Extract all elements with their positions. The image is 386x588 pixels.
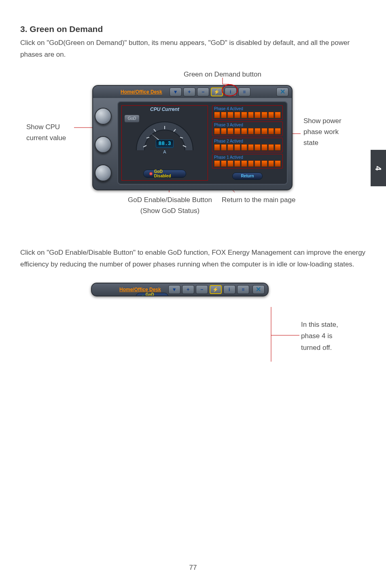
- figure-1: Green on Demand button Show CPU current …: [20, 69, 368, 223]
- topbar-settings-icon[interactable]: ≡: [238, 87, 250, 96]
- callout-god-toggle-l1: GoD Enable/Disable Button: [123, 194, 216, 205]
- phase-3-bars: [214, 128, 281, 134]
- amp-unit-label: A: [161, 149, 168, 155]
- app-topbar: Home/Office Desk ▼ + − ⚡ i ≡ ✕: [93, 86, 292, 98]
- callout-cpu-l1: Show CPU: [26, 121, 66, 132]
- topbar-god-icon[interactable]: ⚡: [211, 87, 223, 96]
- section-heading: 3. Green on Demand: [20, 24, 366, 34]
- orb-1[interactable]: [95, 108, 112, 125]
- phase-2-box: Phase 2 Actived: [212, 138, 283, 152]
- phase-2-label: Phase 2 Actived: [214, 139, 281, 143]
- topbar-close-icon-2[interactable]: ✕: [252, 285, 265, 294]
- app-topbar-2: Home/Office Desk ▼ + − ⚡ i ≡ ✕: [92, 283, 268, 296]
- god-toggle-button-2[interactable]: GoD Enabled: [136, 293, 168, 296]
- topbar-info-icon[interactable]: i: [225, 87, 237, 96]
- site-label[interactable]: Home/Office Desk: [121, 89, 162, 95]
- topbar-plus-icon[interactable]: +: [183, 87, 195, 96]
- phase-1-label: Phase 1 Actived: [214, 155, 281, 160]
- topbar-close-icon[interactable]: ✕: [276, 87, 288, 96]
- fig2-caption-l1: In this state,: [301, 319, 338, 331]
- app-content: CPU Current GoD: [117, 101, 288, 185]
- callout-phase-l2: phase work: [303, 126, 341, 137]
- phase-2-bars: [214, 144, 281, 151]
- paragraph-1: Click on "GoD(Green on Demand)" button, …: [20, 37, 366, 61]
- phase-1-box: Phase 1 Actived: [212, 154, 283, 168]
- status-dot-icon: [149, 172, 153, 175]
- god-toggle-label: GoD Disabled: [154, 169, 180, 178]
- phase-4-label: Phase 4 Actived: [214, 107, 281, 111]
- return-button[interactable]: Return: [232, 173, 262, 180]
- phase-3-label: Phase 3 Actived: [214, 123, 281, 127]
- cpu-current-pane: CPU Current GoD: [121, 105, 208, 181]
- figure-2: Home/Office Desk ▼ + − ⚡ i ≡ ✕ CPU Curre…: [20, 283, 368, 400]
- phase-4-bars: [214, 112, 281, 118]
- fig2-caption-l2: phase 4 is: [301, 330, 338, 342]
- chapter-tab: 4: [371, 150, 386, 186]
- cpu-current-value: 88.3: [156, 140, 174, 148]
- topbar-minus-icon[interactable]: −: [197, 87, 209, 96]
- callout-cpu-l2: current value: [26, 132, 66, 143]
- orb-3[interactable]: [95, 164, 112, 181]
- god-toggle-label-2: GoD Enabled: [146, 292, 163, 296]
- callout-god-button: Green on Demand button: [184, 69, 261, 80]
- callout-god-toggle-l2: (Show GoD Status): [123, 205, 216, 216]
- cpu-current-title: CPU Current: [122, 107, 208, 112]
- site-label-2[interactable]: Home/Office Desk: [119, 287, 161, 292]
- callout-phase-l1: Show power: [303, 115, 341, 126]
- side-orbs: [92, 108, 114, 181]
- phase-1-bars: [214, 160, 281, 167]
- topbar-dropdown-icon-2[interactable]: ▼: [168, 285, 180, 294]
- orb-2[interactable]: [95, 136, 112, 153]
- callout-return: Return to the main page: [222, 194, 295, 205]
- app-panel-1: Home/Office Desk ▼ + − ⚡ i ≡ ✕ CPU Curre…: [92, 85, 293, 190]
- topbar-dropdown-icon[interactable]: ▼: [170, 87, 182, 96]
- paragraph-2: Click on "GoD Enable/Disable Button" to …: [20, 247, 366, 271]
- topbar-info-icon-2[interactable]: i: [223, 285, 235, 294]
- phase-4-box: Phase 4 Actived: [212, 105, 283, 120]
- page-number: 77: [0, 564, 386, 572]
- topbar-settings-icon-2[interactable]: ≡: [237, 285, 249, 294]
- topbar-god-icon-2[interactable]: ⚡: [210, 285, 222, 294]
- fig2-caption-l3: turned off.: [301, 342, 338, 354]
- status-dot-icon-2: [142, 295, 144, 296]
- topbar-plus-icon-2[interactable]: +: [182, 285, 194, 294]
- callout-phase-l3: state: [303, 137, 341, 148]
- topbar-minus-icon-2[interactable]: −: [196, 285, 208, 294]
- phase-3-box: Phase 3 Actived: [212, 121, 283, 136]
- god-toggle-button[interactable]: GoD Disabled: [143, 170, 186, 178]
- phase-pane: Phase 4 Actived Phase 3 Actived Phase 2 …: [212, 105, 283, 181]
- app-panel-2: Home/Office Desk ▼ + − ⚡ i ≡ ✕ CPU Curre…: [91, 283, 269, 296]
